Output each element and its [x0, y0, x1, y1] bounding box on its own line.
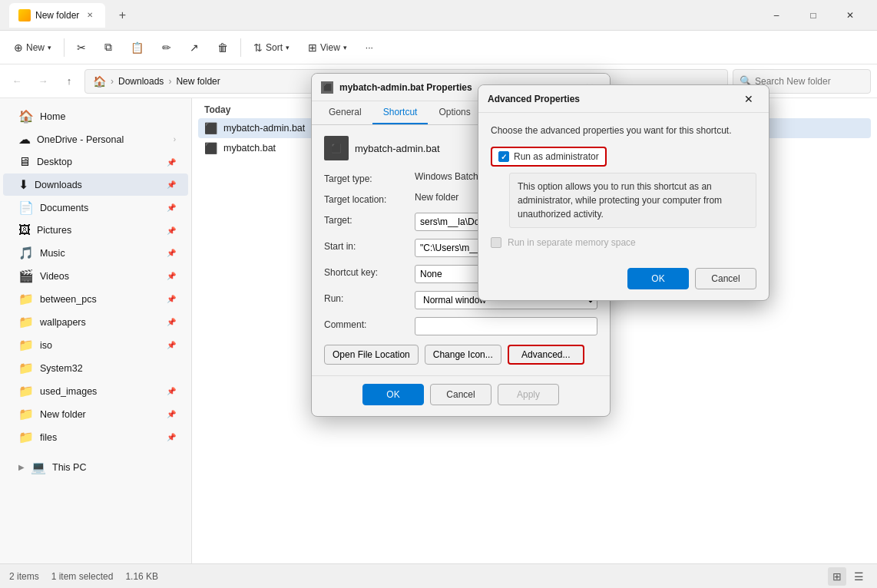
- sidebar-item-this-pc[interactable]: ▶ 💻 This PC: [3, 456, 188, 478]
- detail-view-toggle[interactable]: ☰: [849, 567, 868, 586]
- videos-icon: 🎬: [18, 269, 34, 283]
- tab-options[interactable]: Options: [428, 101, 481, 124]
- run-as-admin-option: Run as administrator: [491, 147, 756, 167]
- paste-button[interactable]: 📋: [123, 35, 151, 60]
- sidebar-item-files[interactable]: 📁 files 📌: [3, 426, 188, 448]
- breadcrumb-arrow-1: ›: [111, 76, 114, 87]
- properties-ok-button[interactable]: OK: [362, 384, 424, 405]
- sidebar-item-pictures[interactable]: 🖼 Pictures 📌: [3, 220, 188, 241]
- share-button[interactable]: ↗: [182, 35, 207, 60]
- sort-dropdown-icon: ▾: [286, 44, 290, 51]
- search-input[interactable]: [755, 76, 870, 87]
- sidebar-iso-label: iso: [40, 340, 52, 351]
- close-button[interactable]: ✕: [832, 3, 868, 28]
- sidebar-item-used-images[interactable]: 📁 used_images 📌: [3, 380, 188, 402]
- tab-close-button[interactable]: ✕: [84, 9, 96, 21]
- videos-pin: 📌: [167, 272, 176, 280]
- sort-button[interactable]: ⇅ Sort ▾: [246, 35, 297, 60]
- sidebar-item-new-folder[interactable]: 📁 New folder 📌: [3, 403, 188, 425]
- toolbar-separator-1: [64, 38, 65, 57]
- more-button[interactable]: ···: [358, 35, 381, 60]
- sidebar-downloads-label: Downloads: [35, 180, 82, 190]
- advanced-button[interactable]: Advanced...: [508, 345, 584, 365]
- forward-button[interactable]: →: [32, 71, 54, 92]
- new-button[interactable]: ⊕ New ▾: [6, 35, 59, 60]
- advanced-dialog-close-button[interactable]: ✕: [738, 88, 760, 110]
- target-location-label: Target location:: [324, 192, 409, 205]
- breadcrumb-downloads-label: Downloads: [118, 76, 164, 87]
- open-file-location-button[interactable]: Open File Location: [324, 345, 419, 365]
- file-name-1: mybatch-admin.bat: [223, 123, 305, 134]
- advanced-ok-button[interactable]: OK: [627, 268, 689, 289]
- properties-file-name: mybatch-admin.bat: [355, 143, 440, 154]
- new-folder-pin: 📌: [167, 410, 176, 418]
- sidebar-item-onedrive[interactable]: ☁ OneDrive - Personal ›: [3, 128, 188, 150]
- minimize-button[interactable]: –: [759, 3, 794, 28]
- sidebar-system32-label: System32: [40, 363, 83, 374]
- sort-label: Sort: [266, 42, 283, 53]
- music-icon: 🎵: [18, 246, 34, 260]
- sidebar-item-desktop[interactable]: 🖥 Desktop 📌: [3, 151, 188, 173]
- maximize-button[interactable]: □: [796, 3, 831, 28]
- file-group-today-label: Today: [204, 104, 230, 115]
- folder-yellow-icon: 📁: [18, 292, 34, 306]
- run-as-admin-label: Run as administrator: [514, 151, 599, 162]
- desktop-icon: 🖥: [18, 155, 31, 169]
- cut-button[interactable]: ✂: [69, 35, 94, 60]
- folder-icon: [18, 9, 31, 21]
- advanced-btn-row: Open File Location Change Icon... Advanc…: [324, 345, 597, 365]
- properties-dialog-buttons: OK Cancel Apply: [312, 375, 610, 416]
- properties-apply-button[interactable]: Apply: [498, 384, 559, 405]
- sidebar-item-wallpapers[interactable]: 📁 wallpapers 📌: [3, 311, 188, 333]
- sidebar-item-videos[interactable]: 🎬 Videos 📌: [3, 265, 188, 287]
- target-location-value: New folder: [415, 192, 458, 203]
- list-view-toggle[interactable]: ⊞: [828, 567, 846, 586]
- copy-icon: ⧉: [104, 41, 112, 54]
- change-icon-button[interactable]: Change Icon...: [425, 345, 501, 365]
- more-label: ···: [366, 42, 373, 53]
- run-as-admin-checkbox-container[interactable]: Run as administrator: [491, 147, 607, 167]
- tab-shortcut[interactable]: Shortcut: [372, 101, 429, 124]
- view-label: View: [320, 42, 340, 53]
- copy-button[interactable]: ⧉: [97, 35, 120, 60]
- wallpapers-pin: 📌: [167, 318, 176, 326]
- breadcrumb-downloads[interactable]: Downloads: [118, 76, 164, 87]
- sidebar-item-music[interactable]: 🎵 Music 📌: [3, 242, 188, 264]
- sidebar-item-between-pcs[interactable]: 📁 between_pcs 📌: [3, 288, 188, 310]
- target-label: Target:: [324, 213, 409, 226]
- sidebar-item-home[interactable]: 🏠 Home: [3, 105, 188, 127]
- used-images-pin: 📌: [167, 387, 176, 395]
- rename-icon: ✏: [162, 41, 171, 54]
- sidebar-item-documents[interactable]: 📄 Documents 📌: [3, 197, 188, 219]
- rename-button[interactable]: ✏: [154, 35, 179, 60]
- run-as-admin-info: This option allows you to run this short…: [509, 173, 756, 228]
- comment-input[interactable]: [415, 317, 597, 335]
- cut-icon: ✂: [77, 41, 86, 54]
- advanced-cancel-button[interactable]: Cancel: [695, 268, 756, 289]
- run-as-admin-checkbox[interactable]: [498, 151, 509, 162]
- tab-label: New folder: [35, 10, 79, 21]
- view-icon: ⊞: [308, 41, 317, 54]
- documents-icon: 📄: [18, 200, 34, 215]
- sidebar-item-iso[interactable]: 📁 iso 📌: [3, 334, 188, 356]
- sidebar-item-system32[interactable]: 📁 System32: [3, 357, 188, 379]
- sidebar-onedrive-label: OneDrive - Personal: [37, 134, 124, 145]
- view-button[interactable]: ⊞ View ▾: [300, 35, 355, 60]
- status-bar: 2 items 1 item selected 1.16 KB ⊞ ☰: [0, 563, 877, 588]
- title-bar: New folder ✕ + – □ ✕: [0, 0, 877, 31]
- tab-general[interactable]: General: [318, 101, 372, 124]
- this-pc-expand-icon: ▶: [18, 463, 25, 471]
- sidebar-new-folder-label: New folder: [40, 409, 86, 420]
- paste-icon: 📋: [131, 41, 144, 54]
- breadcrumb-new-folder[interactable]: New folder: [176, 76, 220, 87]
- up-button[interactable]: ↑: [58, 71, 80, 92]
- separate-memory-checkbox[interactable]: [491, 237, 501, 248]
- tab-new-folder[interactable]: New folder ✕: [9, 3, 105, 28]
- delete-button[interactable]: 🗑: [210, 35, 236, 60]
- separate-memory-label: Run in separate memory space: [508, 237, 636, 248]
- back-button[interactable]: ←: [6, 71, 28, 92]
- advanced-dialog-description: Choose the advanced properties you want …: [491, 125, 756, 136]
- new-tab-button[interactable]: +: [111, 5, 133, 26]
- sidebar-item-downloads[interactable]: ⬇ Downloads 📌: [3, 173, 188, 196]
- properties-cancel-button[interactable]: Cancel: [430, 384, 491, 405]
